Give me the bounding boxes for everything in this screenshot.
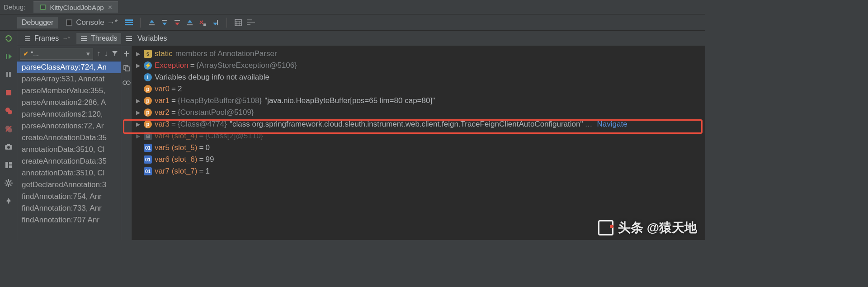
frame-item[interactable]: createAnnotationData:35 xyxy=(17,155,121,167)
thread-selector[interactable]: ✔"... ▾ xyxy=(20,48,93,60)
var-type: {ConstantPool@5109} xyxy=(178,108,254,117)
frame-item[interactable]: annotationData:3510, Cl xyxy=(17,144,121,155)
var-var2[interactable]: ▶ p var2 = {ConstantPool@5109} xyxy=(135,107,703,118)
prev-frame-icon[interactable]: ↑ xyxy=(97,49,101,58)
pause-icon[interactable] xyxy=(4,70,14,80)
svg-rect-50 xyxy=(81,38,87,39)
drop-frame-icon[interactable]: ✕ xyxy=(198,19,207,27)
view-breakpoints-icon[interactable] xyxy=(4,106,14,116)
frame-item[interactable]: parseAnnotations:72, Ar xyxy=(17,120,121,132)
stop-icon[interactable] xyxy=(4,88,14,98)
int-badge: 01 xyxy=(144,155,152,164)
debug-toolbar: Debugger Console →* ✕ xyxy=(0,14,705,31)
frame-item[interactable]: parseMemberValue:355, xyxy=(17,85,121,97)
svg-rect-6 xyxy=(125,24,133,25)
var-value: {ArrayStoreException@5106} xyxy=(197,61,297,70)
variables-tree[interactable]: ▶ s static members of AnnotationParser ▶… xyxy=(132,46,705,240)
svg-rect-21 xyxy=(247,24,250,25)
var-var7[interactable]: 01 var7 (slot_7) = 1 xyxy=(135,165,703,177)
expand-icon[interactable]: ▶ xyxy=(135,121,141,127)
var-var6[interactable]: 01 var6 (slot_6) = 99 xyxy=(135,154,703,165)
svg-point-33 xyxy=(7,146,10,149)
pin-icon: →* xyxy=(107,18,118,27)
frame-item[interactable]: findAnnotation:733, Anr xyxy=(17,202,121,214)
svg-rect-3 xyxy=(67,20,71,25)
var-value: 0 xyxy=(205,143,209,152)
var-static[interactable]: ▶ s static members of AnnotationParser xyxy=(135,48,703,60)
expand-icon[interactable]: ▶ xyxy=(135,133,141,139)
frame-item[interactable]: parseArray:531, Annotat xyxy=(17,73,121,85)
step-out-icon[interactable] xyxy=(186,19,194,27)
var-exception[interactable]: ▶ ⚡ Exception = {ArrayStoreException@510… xyxy=(135,60,703,71)
console-tab[interactable]: Console →* xyxy=(62,16,120,29)
filter-icon[interactable] xyxy=(112,51,118,57)
svg-rect-51 xyxy=(81,40,87,41)
frame-item[interactable]: findAnnotation:707 Anr xyxy=(17,214,121,226)
variables-gutter xyxy=(121,46,132,240)
variables-panel: Variables ▶ s static members of Annotati… xyxy=(121,31,705,240)
svg-rect-34 xyxy=(5,162,8,168)
evaluate-icon[interactable] xyxy=(234,19,242,27)
frames-label: Frames xyxy=(34,34,59,42)
trace-icon[interactable] xyxy=(247,19,255,27)
resume-icon[interactable] xyxy=(4,52,14,61)
frame-item[interactable]: annotationData:3510, Cl xyxy=(17,167,121,179)
navigate-link[interactable]: Navigate xyxy=(597,120,627,129)
glasses-icon[interactable] xyxy=(123,79,131,87)
mute-breakpoints-icon[interactable] xyxy=(4,124,14,134)
variables-icon xyxy=(125,34,133,42)
run-config-tab[interactable]: KittyCloudJobApp ✕ xyxy=(33,1,118,13)
frame-item[interactable]: findAnnotation:754, Anr xyxy=(17,191,121,202)
frame-item[interactable]: parseAnnotations2:120, xyxy=(17,108,121,120)
svg-rect-9 xyxy=(175,20,180,21)
layout-icon[interactable] xyxy=(4,160,14,170)
debug-topbar: Debug: KittyCloudJobApp ✕ xyxy=(0,0,705,14)
threads-label: Threads xyxy=(91,34,118,42)
var-var4[interactable]: ▶ ⊞ var4 (slot_4) = {Class[2]@5110} xyxy=(135,130,703,142)
var-var5[interactable]: 01 var5 (slot_5) = 0 xyxy=(135,142,703,154)
var-type: {HeapByteBuffer@5108} xyxy=(178,96,262,105)
var-info: i Variables debug info not available xyxy=(135,71,703,83)
var-var3[interactable]: ▶ p var3 = {Class@4774} "class org.sprin… xyxy=(135,118,703,130)
var-var0[interactable]: p var0 = 2 xyxy=(135,83,703,95)
frames-panel: Frames →* Threads →* ✔"... ▾ ↑ ↓ parseCl… xyxy=(17,31,121,240)
check-icon: ✔ xyxy=(23,50,29,57)
debugger-tab[interactable]: Debugger xyxy=(17,17,58,28)
main-area: Frames →* Threads →* ✔"... ▾ ↑ ↓ parseCl… xyxy=(0,31,705,240)
var-value: 2 xyxy=(178,85,182,94)
frame-item[interactable]: createAnnotationData:35 xyxy=(17,132,121,144)
copy-icon[interactable] xyxy=(123,64,131,72)
step-over-icon[interactable] xyxy=(160,19,169,27)
expand-icon[interactable]: ▶ xyxy=(135,62,141,69)
svg-rect-8 xyxy=(162,20,167,21)
frame-item[interactable]: getDeclaredAnnotation:3 xyxy=(17,179,121,191)
run-to-cursor-icon[interactable] xyxy=(211,19,219,27)
var-string: "java.nio.HeapByteBuffer[pos=65 lim=80 c… xyxy=(264,96,435,105)
frames-tab[interactable]: Frames →* xyxy=(20,33,74,44)
step-into-icon[interactable] xyxy=(173,19,181,27)
expand-icon[interactable]: ▶ xyxy=(135,98,141,104)
frame-item[interactable]: parseAnnotation2:286, A xyxy=(17,97,121,108)
expand-icon[interactable]: ▶ xyxy=(135,51,141,57)
frame-list[interactable]: parseClassArray:724, AnparseArray:531, A… xyxy=(17,61,121,240)
thread-name: "... xyxy=(31,50,39,57)
next-frame-icon[interactable]: ↓ xyxy=(104,49,108,58)
equals: = xyxy=(199,155,203,164)
settings-icon[interactable] xyxy=(4,178,14,188)
step-return-icon[interactable] xyxy=(148,19,156,27)
camera-icon[interactable] xyxy=(4,142,14,152)
equals: = xyxy=(190,61,195,70)
var-var1[interactable]: ▶ p var1 = {HeapByteBuffer@5108} "java.n… xyxy=(135,95,703,107)
ellipsis: … xyxy=(585,120,593,129)
add-watch-icon[interactable] xyxy=(123,50,131,58)
pin-icon[interactable] xyxy=(4,196,14,206)
rerun-icon[interactable] xyxy=(4,33,14,43)
svg-line-43 xyxy=(10,185,11,186)
close-icon[interactable]: ✕ xyxy=(108,4,113,11)
frame-item[interactable]: parseClassArray:724, An xyxy=(17,61,121,73)
static-badge: s xyxy=(144,50,152,58)
left-gutter xyxy=(0,31,17,240)
expand-icon[interactable]: ▶ xyxy=(135,109,141,116)
watermark-text: 头条 @猿天地 xyxy=(618,219,697,236)
threads-icon[interactable] xyxy=(125,19,133,27)
